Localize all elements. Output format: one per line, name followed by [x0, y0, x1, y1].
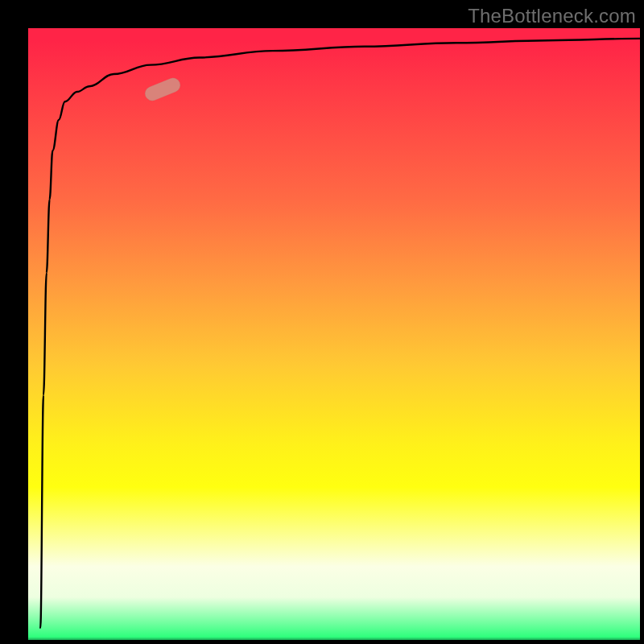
plot-area	[28, 28, 640, 640]
curve-path	[40, 39, 640, 628]
bottleneck-curve	[28, 28, 640, 640]
watermark-label: TheBottleneck.com	[468, 5, 636, 27]
